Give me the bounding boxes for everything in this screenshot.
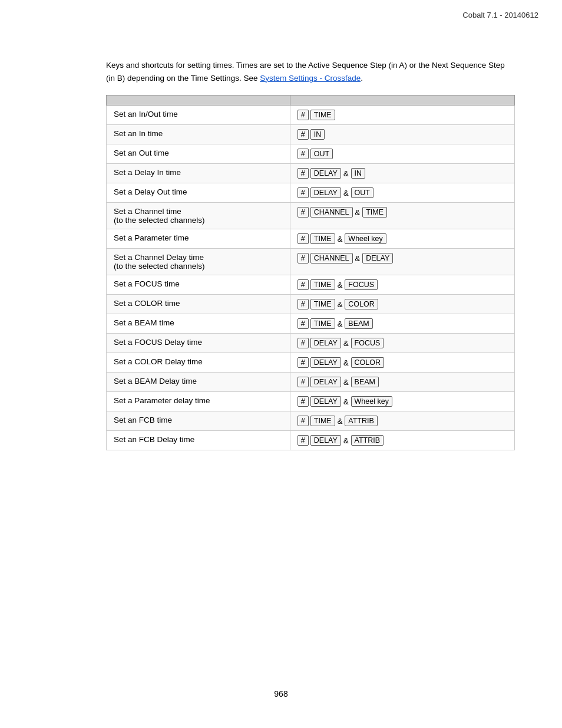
keyboard-key: ATTRIB	[345, 416, 378, 426]
keyboard-key: TIME	[310, 110, 335, 120]
key-separator: &	[338, 281, 343, 289]
row-keys: #IN	[290, 125, 514, 144]
table-row: Set a Delay Out time#DELAY&OUT	[107, 183, 515, 203]
keyboard-key: #	[297, 149, 309, 159]
row-label: Set an Out time	[107, 144, 290, 164]
keyboard-key: FOCUS	[351, 338, 384, 348]
header-title: Cobalt 7.1 - 20140612	[462, 11, 538, 19]
keyboard-key: #	[297, 129, 309, 140]
key-combination: #TIME	[297, 110, 507, 120]
row-keys: #DELAY&IN	[290, 164, 514, 183]
keyboard-key: COLOR	[345, 299, 378, 309]
keyboard-key: COLOR	[351, 357, 384, 368]
row-keys: #TIME&COLOR	[290, 295, 514, 314]
row-keys: #CHANNEL&TIME	[290, 203, 514, 229]
key-combination: #DELAY&Wheel key	[297, 396, 507, 407]
keyboard-key: CHANNEL	[310, 253, 353, 263]
keyboard-key: #	[297, 435, 309, 446]
table-row: Set a Delay In time#DELAY&IN	[107, 164, 515, 183]
table-row: Set an Out time#OUT	[107, 144, 515, 164]
key-separator: &	[338, 235, 343, 243]
key-separator: &	[338, 417, 343, 426]
keyboard-key: TIME	[310, 416, 335, 426]
keyboard-key: TIME	[362, 207, 387, 218]
table-row: Set a FOCUS Delay time#DELAY&FOCUS	[107, 334, 515, 353]
table-row: Set a BEAM Delay time#DELAY&BEAM	[107, 373, 515, 392]
keyboard-key: DELAY	[310, 338, 341, 348]
keyboard-key: FOCUS	[345, 279, 378, 290]
key-combination: #TIME&ATTRIB	[297, 416, 507, 426]
keyboard-key: #	[297, 338, 309, 348]
shortcuts-table: Set an In/Out time#TIMESet an In time#IN…	[106, 95, 515, 450]
keyboard-key: DELAY	[310, 377, 341, 387]
table-row: Set a Parameter time#TIME&Wheel key	[107, 229, 515, 249]
row-keys: #CHANNEL&DELAY	[290, 249, 514, 275]
page-header: Cobalt 7.1 - 20140612	[462, 11, 538, 19]
keyboard-key: #	[297, 207, 309, 218]
row-label: Set a Parameter delay time	[107, 392, 290, 411]
table-row: Set an In/Out time#TIME	[107, 106, 515, 125]
key-combination: #CHANNEL&TIME	[297, 207, 507, 218]
keyboard-key: #	[297, 416, 309, 426]
key-combination: #TIME&BEAM	[297, 318, 507, 329]
link-text: System Settings - Crossfade	[260, 74, 361, 83]
row-keys: #DELAY&ATTRIB	[290, 431, 514, 450]
row-label: Set a BEAM Delay time	[107, 373, 290, 392]
keyboard-key: #	[297, 396, 309, 407]
keyboard-key: DELAY	[310, 168, 341, 179]
key-separator: &	[343, 169, 349, 178]
table-row: Set an FCB time#TIME&ATTRIB	[107, 411, 515, 431]
intro-text-after: .	[361, 74, 363, 83]
keyboard-key: TIME	[310, 233, 335, 244]
row-keys: #DELAY&BEAM	[290, 373, 514, 392]
keyboard-key: #	[297, 187, 309, 198]
crossfade-link[interactable]: System Settings - Crossfade	[260, 74, 361, 83]
keyboard-key: OUT	[310, 149, 333, 159]
keyboard-key: ATTRIB	[351, 435, 384, 446]
key-separator: &	[338, 300, 343, 309]
key-separator: &	[338, 319, 343, 328]
key-combination: #DELAY&IN	[297, 168, 507, 179]
row-label: Set a Parameter time	[107, 229, 290, 249]
row-keys: #TIME	[290, 106, 514, 125]
keyboard-key: IN	[310, 129, 325, 140]
keyboard-key: #	[297, 279, 309, 290]
table-row: Set a COLOR time#TIME&COLOR	[107, 295, 515, 314]
key-combination: #DELAY&ATTRIB	[297, 435, 507, 446]
keyboard-key: #	[297, 233, 309, 244]
row-keys: #DELAY&Wheel key	[290, 392, 514, 411]
keyboard-key: IN	[351, 168, 366, 179]
keyboard-key: #	[297, 377, 309, 387]
key-combination: #OUT	[297, 149, 507, 159]
row-label: Set a COLOR Delay time	[107, 353, 290, 373]
keyboard-key: Wheel key	[345, 233, 386, 244]
key-combination: #TIME&COLOR	[297, 299, 507, 309]
row-label: Set a COLOR time	[107, 295, 290, 314]
row-label: Set an In time	[107, 125, 290, 144]
key-combination: #DELAY&OUT	[297, 187, 507, 198]
table-row: Set a FOCUS time#TIME&FOCUS	[107, 275, 515, 295]
table-row: Set a Parameter delay time#DELAY&Wheel k…	[107, 392, 515, 411]
keyboard-key: #	[297, 253, 309, 263]
row-keys: #DELAY&FOCUS	[290, 334, 514, 353]
key-separator: &	[355, 208, 361, 217]
page-number-text: 968	[274, 689, 287, 699]
keyboard-key: DELAY	[310, 357, 341, 368]
keyboard-key: DELAY	[310, 396, 341, 407]
keyboard-key: BEAM	[351, 377, 379, 387]
col2-header	[290, 95, 514, 106]
keyboard-key: #	[297, 299, 309, 309]
key-combination: #TIME&FOCUS	[297, 279, 507, 290]
row-keys: #DELAY&OUT	[290, 183, 514, 203]
keyboard-key: CHANNEL	[310, 207, 353, 218]
row-keys: #OUT	[290, 144, 514, 164]
row-keys: #TIME&FOCUS	[290, 275, 514, 295]
key-separator: &	[343, 397, 349, 406]
key-separator: &	[343, 378, 349, 387]
row-keys: #TIME&BEAM	[290, 314, 514, 334]
keyboard-key: DELAY	[310, 435, 341, 446]
key-separator: &	[343, 436, 349, 445]
keyboard-key: DELAY	[310, 187, 341, 198]
intro-paragraph: Keys and shortcuts for setting times. Ti…	[106, 59, 515, 84]
keyboard-key: OUT	[351, 187, 373, 198]
